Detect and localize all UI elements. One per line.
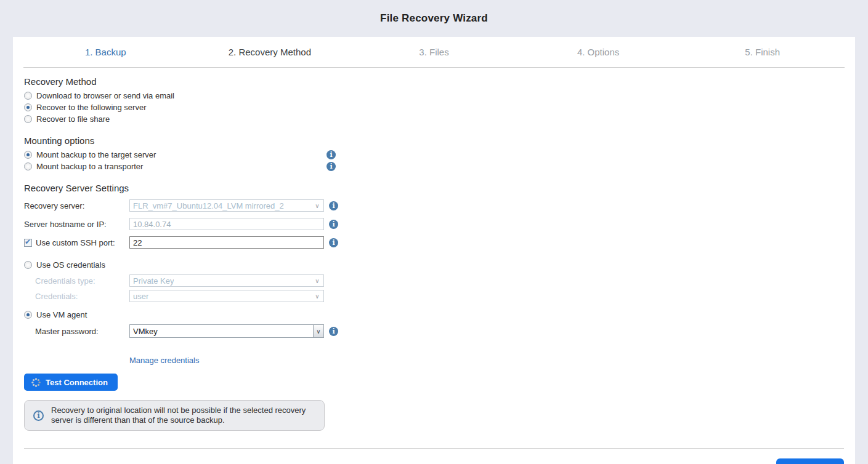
radio-recover-to-file-share[interactable]: Recover to file share	[24, 113, 369, 125]
credentials-label: Credentials:	[24, 292, 129, 301]
master-password-value: VMkey	[133, 327, 158, 336]
chevron-down-icon: ∨	[311, 278, 323, 284]
hostname-row: Server hostname or IP: i	[24, 218, 844, 230]
recovery-server-value: FLR_vm#7_Ubuntu12.04_LVM mirrored_2	[133, 201, 284, 210]
chevron-down-icon[interactable]: ∨	[313, 325, 323, 337]
hostname-label: Server hostname or IP:	[24, 220, 129, 229]
recovery-server-row: Recovery server: FLR_vm#7_Ubuntu12.04_LV…	[24, 199, 844, 212]
step-recovery-method: 2. Recovery Method	[188, 47, 352, 57]
radio-icon[interactable]	[24, 311, 32, 319]
info-icon[interactable]: i	[329, 220, 338, 229]
ssh-port-checkbox-label[interactable]: Use custom SSH port:	[24, 238, 129, 247]
credentials-select: user ∨	[129, 290, 324, 302]
master-password-label: Master password:	[24, 327, 129, 336]
step-files: 3. Files	[352, 47, 516, 57]
credentials-value: user	[133, 292, 148, 301]
radio-label: Recover to file share	[36, 114, 110, 124]
hostname-input	[129, 218, 324, 230]
info-icon[interactable]: i	[327, 150, 336, 159]
chevron-down-icon: ∨	[311, 202, 323, 209]
credentials-type-row: Credentials type: Private Key ∨	[24, 274, 844, 287]
manage-credentials-link[interactable]: Manage credentials	[129, 356, 199, 365]
checkbox-icon[interactable]	[24, 239, 32, 247]
page-title: File Recovery Wizard	[380, 12, 488, 25]
step-backup[interactable]: 1. Backup	[23, 47, 188, 57]
wizard-titlebar: File Recovery Wizard	[0, 0, 868, 37]
chevron-down-icon: ∨	[311, 293, 323, 300]
info-circle-icon: i	[33, 410, 44, 421]
radio-label: Recover to the following server	[36, 103, 146, 112]
master-password-select[interactable]: VMkey ∨	[129, 324, 324, 338]
wizard-content: Recovery Method Download to browser or s…	[13, 68, 855, 449]
manage-credentials-row: Manage credentials	[129, 354, 844, 366]
info-icon[interactable]: i	[327, 162, 336, 171]
credentials-type-select: Private Key ∨	[129, 274, 324, 287]
note-box: i Recovery to original location will not…	[24, 400, 325, 431]
info-icon[interactable]: i	[329, 201, 338, 210]
radio-icon[interactable]	[24, 261, 32, 269]
radio-label: Mount backup to the target server	[36, 150, 156, 159]
ssh-port-label: Use custom SSH port:	[36, 238, 115, 247]
credentials-type-label: Credentials type:	[24, 276, 129, 286]
wizard-footer: Cancel Next	[13, 449, 855, 464]
radio-label: Use OS credentials	[36, 260, 105, 270]
radio-icon[interactable]	[24, 115, 32, 123]
master-password-row: Master password: VMkey ∨ i	[24, 324, 844, 338]
ssh-port-input[interactable]	[129, 236, 324, 249]
radio-mount-transporter[interactable]: Mount backup to a transporter i	[24, 161, 369, 172]
step-options: 4. Options	[516, 47, 681, 57]
credentials-row: Credentials: user ∨	[24, 290, 844, 302]
wizard-steps: 1. Backup 2. Recovery Method 3. Files 4.…	[23, 37, 845, 68]
radio-icon[interactable]	[24, 92, 32, 100]
test-connection-button[interactable]: Test Connection	[24, 374, 118, 391]
mounting-options-heading: Mounting options	[24, 135, 844, 146]
info-icon[interactable]: i	[329, 327, 338, 336]
recovery-server-select: FLR_vm#7_Ubuntu12.04_LVM mirrored_2 ∨	[129, 199, 324, 212]
note-text: Recovery to original location will not b…	[51, 406, 315, 425]
recovery-method-heading: Recovery Method	[24, 76, 844, 87]
radio-recover-to-server[interactable]: Recover to the following server	[24, 102, 369, 113]
radio-label: Mount backup to a transporter	[36, 162, 143, 171]
radio-vm-agent[interactable]: Use VM agent	[24, 309, 369, 321]
info-icon[interactable]: i	[329, 238, 338, 247]
radio-icon[interactable]	[24, 151, 32, 159]
radio-mount-target-server[interactable]: Mount backup to the target server i	[24, 149, 369, 161]
radio-icon[interactable]	[24, 162, 32, 170]
credentials-type-value: Private Key	[133, 276, 174, 286]
test-connection-label: Test Connection	[46, 378, 108, 387]
radio-icon[interactable]	[24, 103, 32, 111]
recovery-server-label: Recovery server:	[24, 201, 129, 210]
step-finish: 5. Finish	[680, 47, 845, 57]
radio-download-browser[interactable]: Download to browser or send via email	[24, 90, 369, 102]
next-button[interactable]: Next	[776, 458, 844, 464]
wizard-panel: 1. Backup 2. Recovery Method 3. Files 4.…	[13, 37, 855, 464]
server-settings-heading: Recovery Server Settings	[24, 183, 844, 193]
radio-label: Use VM agent	[36, 310, 87, 319]
ssh-port-row: Use custom SSH port: i	[24, 236, 844, 249]
radio-label: Download to browser or send via email	[36, 91, 174, 100]
radio-os-credentials[interactable]: Use OS credentials	[24, 259, 369, 271]
spinner-icon	[31, 378, 41, 387]
